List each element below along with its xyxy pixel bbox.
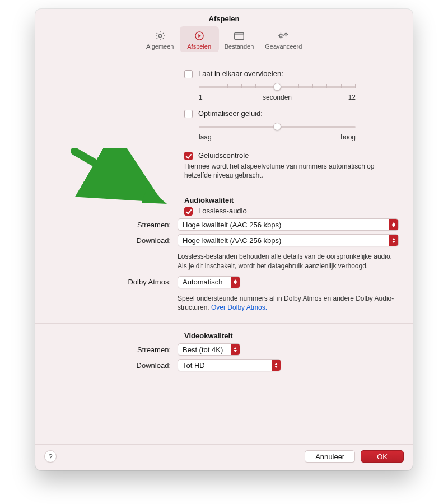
help-label: ? bbox=[48, 452, 52, 461]
gear-icon bbox=[155, 30, 166, 42]
stepper-icon bbox=[389, 219, 398, 230]
video-download-value: Tot HD bbox=[183, 361, 205, 370]
play-icon bbox=[194, 30, 205, 42]
eq-checkbox[interactable] bbox=[184, 110, 193, 118]
video-stream-label: Streamen: bbox=[49, 346, 178, 354]
folder-icon bbox=[233, 30, 245, 42]
stream-label: Streamen: bbox=[49, 221, 178, 229]
dialog-footer: ? Annuleer OK bbox=[35, 444, 413, 470]
preferences-window: Afspelen Algemeen Afspelen Bestanden Gea… bbox=[35, 9, 413, 470]
video-download-label: Download: bbox=[49, 361, 178, 370]
tab-label: Algemeen bbox=[146, 43, 174, 50]
window-title: Afspelen bbox=[35, 9, 413, 25]
tab-label: Bestanden bbox=[225, 43, 254, 50]
ok-button[interactable]: OK bbox=[361, 450, 404, 463]
svg-point-0 bbox=[158, 34, 161, 37]
video-stream-select[interactable]: Best (tot 4K) bbox=[178, 343, 240, 356]
audio-heading: Audiokwaliteit bbox=[184, 196, 399, 204]
eq-label: Optimaliseer geluid: bbox=[198, 109, 263, 118]
lossless-desc: Lossless-bestanden behouden alle details… bbox=[178, 252, 399, 270]
help-button[interactable]: ? bbox=[44, 450, 57, 463]
audio-stream-value: Hoge kwaliteit (AAC 256 kbps) bbox=[183, 221, 281, 229]
audio-download-select[interactable]: Hoge kwaliteit (AAC 256 kbps) bbox=[178, 234, 399, 246]
stepper-icon bbox=[231, 344, 240, 355]
lossless-label: Lossless-audio bbox=[198, 207, 247, 215]
crossfade-max: 12 bbox=[348, 94, 356, 101]
stepper-icon bbox=[231, 277, 240, 288]
video-quality-section: Videokwaliteit Streamen: Best (tot 4K) D… bbox=[35, 324, 413, 382]
svg-point-4 bbox=[279, 35, 282, 38]
cancel-button[interactable]: Annuleer bbox=[305, 450, 355, 463]
soundcheck-label: Geluidscontrole bbox=[198, 151, 249, 160]
soundcheck-desc: Hiermee wordt het afspeelvolume van numm… bbox=[184, 162, 399, 180]
lossless-checkbox[interactable] bbox=[184, 207, 193, 216]
cancel-label: Annuleer bbox=[315, 452, 344, 461]
eq-slider[interactable] bbox=[199, 121, 356, 132]
dolby-value: Automatisch bbox=[183, 278, 226, 286]
dolby-label: Dolby Atmos: bbox=[49, 278, 178, 286]
ok-label: OK bbox=[377, 452, 388, 461]
gears-icon bbox=[277, 30, 290, 42]
dolby-desc-text: Speel ondersteunde nummers af in Dolby A… bbox=[178, 295, 394, 311]
video-heading: Videokwaliteit bbox=[184, 332, 399, 340]
tab-general[interactable]: Algemeen bbox=[141, 26, 180, 52]
content-area: Laat in elkaar overvloeien: 1 seconden 1… bbox=[35, 57, 413, 444]
crossfade-slider[interactable] bbox=[199, 81, 356, 92]
dolby-link[interactable]: Over Dolby Atmos. bbox=[211, 304, 267, 311]
eq-low: laag bbox=[199, 133, 212, 141]
audio-quality-section: Audiokwaliteit Lossless-audio Streamen: … bbox=[35, 188, 413, 324]
svg-rect-2 bbox=[235, 33, 244, 40]
tab-files[interactable]: Bestanden bbox=[219, 26, 260, 52]
crossfade-unit: seconden bbox=[263, 94, 292, 101]
video-stream-value: Best (tot 4K) bbox=[183, 346, 226, 354]
preferences-toolbar: Algemeen Afspelen Bestanden Geavanceerd bbox=[35, 25, 413, 57]
audio-stream-select[interactable]: Hoge kwaliteit (AAC 256 kbps) bbox=[178, 218, 399, 231]
soundcheck-checkbox[interactable] bbox=[184, 152, 193, 160]
download-label: Download: bbox=[49, 236, 178, 245]
dolby-select[interactable]: Automatisch bbox=[178, 276, 240, 288]
dolby-desc: Speel ondersteunde nummers af in Dolby A… bbox=[178, 294, 399, 312]
svg-point-5 bbox=[285, 33, 287, 35]
tab-label: Afspelen bbox=[187, 43, 211, 50]
eq-high: hoog bbox=[340, 133, 356, 141]
crossfade-checkbox[interactable] bbox=[184, 70, 193, 78]
stepper-icon bbox=[272, 360, 281, 371]
tab-playback[interactable]: Afspelen bbox=[180, 26, 219, 52]
crossfade-label: Laat in elkaar overvloeien: bbox=[198, 69, 283, 78]
playback-section: Laat in elkaar overvloeien: 1 seconden 1… bbox=[35, 57, 413, 188]
stepper-icon bbox=[389, 235, 398, 246]
audio-download-value: Hoge kwaliteit (AAC 256 kbps) bbox=[183, 236, 281, 245]
tab-advanced[interactable]: Geavanceerd bbox=[259, 26, 307, 52]
video-download-select[interactable]: Tot HD bbox=[178, 359, 281, 371]
tab-label: Geavanceerd bbox=[265, 43, 302, 50]
crossfade-min: 1 bbox=[199, 94, 203, 101]
